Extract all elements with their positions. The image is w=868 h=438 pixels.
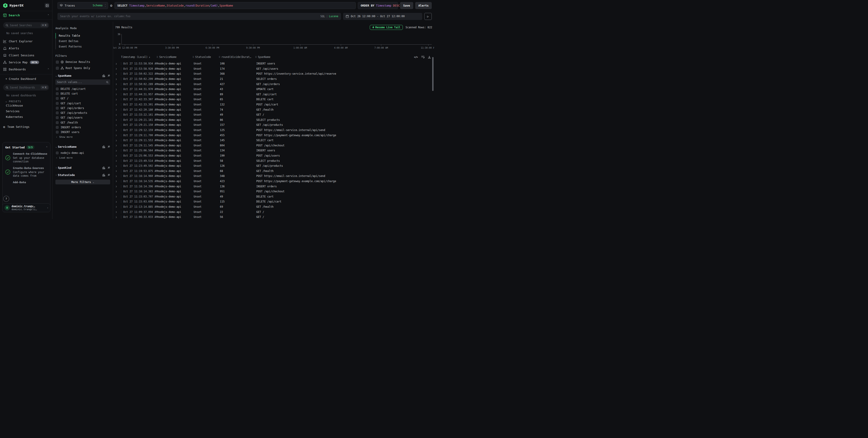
column-header-timestamp[interactable]: Timestamp (Local) ↓ [121, 55, 156, 59]
column-header-servicename[interactable]: ⠿ ServiceName [156, 55, 192, 59]
table-row[interactable]: ❯ Oct 27 11:23:49.514 AM nodejs-demo-api… [115, 158, 434, 163]
pin-icon[interactable] [107, 145, 110, 148]
pin-icon[interactable] [107, 166, 110, 169]
mode-event-patterns[interactable]: Event Patterns [55, 44, 110, 49]
expand-row-icon[interactable]: ❯ [115, 170, 121, 172]
drag-handle-icon[interactable]: ⠿ [255, 56, 257, 58]
facet-value-search-input[interactable] [57, 81, 106, 84]
code-view-icon[interactable]: </> [414, 56, 418, 59]
save-button[interactable]: Save [400, 2, 413, 9]
expand-row-icon[interactable]: ❯ [115, 139, 121, 142]
expand-row-icon[interactable]: ❯ [115, 200, 121, 203]
expand-row-icon[interactable]: ❯ [115, 104, 121, 106]
checkbox[interactable] [56, 152, 59, 154]
sidebar-item-chart-explorer[interactable]: Chart Explorer [0, 38, 52, 45]
help-button[interactable]: ? [3, 196, 9, 202]
get-started-header[interactable]: Get Started 3/3 ⌃ [5, 145, 48, 149]
expand-row-icon[interactable]: ❯ [115, 211, 121, 213]
table-row[interactable]: ❯ Oct 27 11:29:12.159 AM nodejs-demo-api… [115, 127, 434, 133]
table-row[interactable]: ❯ Oct 27 11:13:14.885 AM nodejs-demo-api… [115, 204, 434, 209]
table-row[interactable]: ❯ Oct 27 11:44:31.957 AM nodejs-demo-api… [115, 92, 434, 97]
expand-row-icon[interactable]: ❯ [115, 149, 121, 152]
saved-searches-input[interactable]: ⌘ K [3, 22, 49, 28]
table-row[interactable]: ❯ Oct 27 11:50:02.322 AM nodejs-demo-api… [115, 71, 434, 77]
table-row[interactable]: ❯ Oct 27 11:50:02.299 AM nodejs-demo-api… [115, 77, 434, 82]
facet-value-row[interactable]: INSERT users [55, 130, 110, 135]
drag-handle-icon[interactable]: ⠿ [156, 56, 158, 58]
table-row[interactable]: ❯ Oct 27 11:16:14.535 AM nodejs-demo-api… [115, 179, 434, 184]
expand-row-icon[interactable]: ❯ [115, 114, 121, 116]
facet-value-row[interactable]: GET /api/cart [55, 101, 110, 106]
table-row[interactable]: ❯ Oct 27 11:42:33.307 AM nodejs-demo-api… [115, 97, 434, 102]
column-header-spanname[interactable]: ⠿ SpanName [255, 55, 411, 59]
table-row[interactable]: ❯ Oct 27 11:09:37.094 AM nodejs-demo-api… [115, 209, 434, 214]
table-row[interactable]: ❯ Oct 27 11:44:31.970 AM nodejs-demo-api… [115, 87, 434, 92]
download-icon[interactable] [428, 56, 431, 59]
saved-dashboards-field[interactable] [10, 86, 39, 89]
facet-value-row[interactable]: GET /api/orders [55, 106, 110, 110]
table-row[interactable]: ❯ Oct 27 11:29:11.545 AM nodejs-demo-api… [115, 143, 434, 148]
table-row[interactable]: ❯ Oct 27 11:53:58.920 AM nodejs-demo-api… [115, 66, 434, 71]
checkbox[interactable] [56, 131, 59, 134]
facet-value-search[interactable] [55, 80, 110, 85]
preset-item[interactable]: ClickHouse [0, 103, 52, 108]
table-row[interactable]: ❯ Oct 27 11:15:03.707 AM nodejs-demo-api… [115, 194, 434, 199]
run-query-button[interactable]: ▷ [424, 13, 432, 20]
presets-toggle[interactable]: ⌄ PRESETS [0, 100, 52, 103]
checkbox[interactable] [56, 107, 59, 110]
table-row[interactable]: ❯ Oct 27 11:06:33.033 AM nodejs-demo-api… [115, 214, 434, 219]
alerts-button[interactable]: Alerts [415, 2, 432, 9]
expand-row-icon[interactable]: ❯ [115, 216, 121, 218]
query-language-toggle[interactable]: SQL|Lucene [320, 15, 338, 18]
expand-row-icon[interactable]: ❯ [115, 190, 121, 193]
expand-row-icon[interactable]: ❯ [115, 124, 121, 126]
column-chart-icon[interactable] [102, 145, 105, 148]
expand-row-icon[interactable]: ❯ [115, 93, 121, 95]
expand-row-icon[interactable]: ❯ [115, 185, 121, 187]
checkbox[interactable] [56, 116, 59, 119]
table-row[interactable]: ❯ Oct 27 11:16:14.960 AM nodejs-demo-api… [115, 174, 434, 179]
pin-icon[interactable] [107, 174, 110, 176]
facet-spanname-header[interactable]: ⌄ SpanName [55, 74, 110, 77]
expand-row-icon[interactable]: ❯ [115, 195, 121, 198]
facet-servicename-header[interactable]: ⌄ ServiceName [55, 145, 110, 148]
user-profile-card[interactable]: D dominic.tran@c… dominic.tran@cli… › [2, 203, 51, 212]
drag-handle-icon[interactable]: ⠿ [219, 56, 220, 58]
sidebar-collapse-button[interactable] [44, 3, 50, 8]
lucene-option[interactable]: Lucene [329, 15, 338, 18]
expand-row-icon[interactable]: ❯ [115, 134, 121, 137]
date-range-picker[interactable]: Oct 26 12:00:00 - Oct 27 12:00:00 [343, 13, 422, 20]
table-row[interactable]: ❯ Oct 27 11:29:21.161 AM nodejs-demo-api… [115, 117, 434, 123]
table-row[interactable]: ❯ Oct 27 11:33:22.161 AM nodejs-demo-api… [115, 112, 434, 117]
preset-item[interactable]: Kubernetes [0, 114, 52, 120]
expand-row-icon[interactable]: ❯ [115, 83, 121, 85]
table-row[interactable]: ❯ Oct 27 11:42:20.180 AM nodejs-demo-api… [115, 107, 434, 112]
select-query-input[interactable]: SELECT Timestamp,ServiceName,StatusCode,… [115, 2, 356, 9]
facet-statuscode-header[interactable]: › StatusCode [55, 173, 110, 177]
table-row[interactable]: ❯ Oct 27 11:25:06.564 AM nodejs-demo-api… [115, 148, 434, 153]
create-dashboard-button[interactable]: + Create Dashboard [0, 75, 52, 82]
histogram-plot[interactable] [121, 34, 432, 45]
pin-icon[interactable] [107, 74, 110, 77]
expand-row-icon[interactable]: ❯ [115, 159, 121, 162]
chevron-up-icon[interactable]: ⌃ [48, 68, 49, 71]
facet-spankind-header[interactable]: › SpanKind [55, 166, 110, 170]
drag-handle-icon[interactable]: ⠿ [192, 56, 194, 58]
facet-value-row[interactable]: INSERT orders [55, 125, 110, 129]
chevron-up-icon[interactable]: ⌃ [48, 14, 49, 17]
column-header-duration[interactable]: ⠿ round(divide(Durat… [219, 55, 255, 59]
expand-row-icon[interactable]: ❯ [115, 144, 121, 147]
checkbox[interactable] [56, 126, 59, 129]
table-row[interactable]: ❯ Oct 27 11:16:14.383 AM nodejs-demo-api… [115, 189, 434, 194]
expand-row-icon[interactable]: ❯ [115, 62, 121, 65]
gear-icon[interactable]: ⚙ [110, 3, 113, 8]
expand-row-icon[interactable]: ❯ [115, 108, 121, 111]
checkbox[interactable] [56, 92, 59, 95]
facet-value-row[interactable]: DELETE /api/cart [55, 86, 110, 91]
facet-value-row[interactable]: GET /api/products [55, 110, 110, 115]
resume-live-tail-button[interactable]: Resume Live Tail [370, 25, 403, 30]
sidebar-item-dashboards[interactable]: Dashboards ⌃ [0, 66, 52, 73]
denoise-results-toggle[interactable]: Denoise Results [55, 60, 110, 64]
column-chart-icon[interactable] [102, 174, 105, 176]
checkbox[interactable] [56, 121, 59, 124]
